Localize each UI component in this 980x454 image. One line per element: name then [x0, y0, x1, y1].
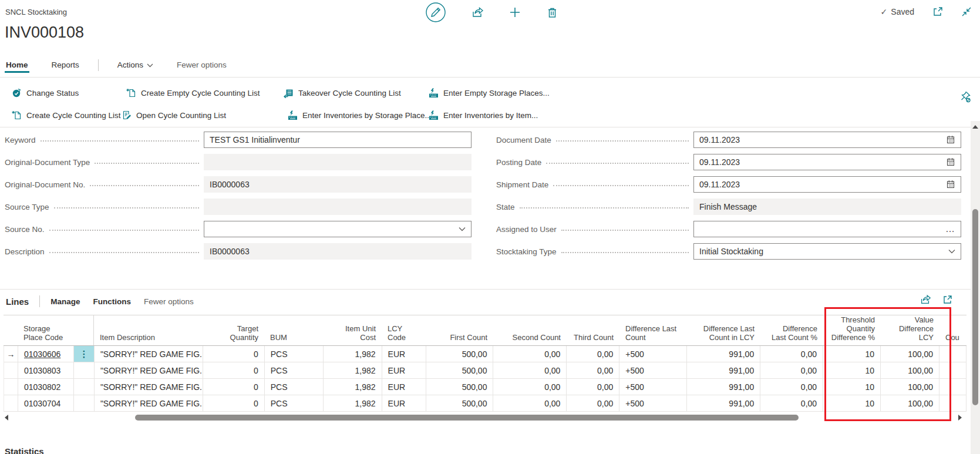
column-header-difference-last-count-in-lcy[interactable]: Difference Last Count in LCY — [687, 315, 760, 345]
column-header-count-truncated[interactable]: Cou — [939, 315, 966, 345]
action-enter-inventories-by-item[interactable]: Enter Inventories by Item... — [429, 108, 538, 122]
document-date-field[interactable]: 09.11.2023 — [693, 132, 961, 148]
cell-lcy-code[interactable]: EUR — [382, 362, 426, 378]
expand-lines-button[interactable] — [942, 294, 954, 305]
column-header-threshold-quantity-difference-pct[interactable]: Threshold Quantity Difference % — [823, 315, 881, 345]
cell-difference-last-count[interactable]: +500 — [619, 379, 687, 395]
cell-lcy-code[interactable]: EUR — [382, 379, 426, 395]
cell-third-count[interactable]: 0,00 — [567, 379, 619, 395]
column-header-difference-last-count-pct[interactable]: Difference Last Count % — [760, 315, 823, 345]
column-header-bum[interactable]: BUM — [264, 315, 323, 345]
cell-storage-place-code[interactable]: 01030606 — [18, 346, 74, 362]
vertical-scrollbar[interactable] — [971, 121, 980, 454]
cell-bum[interactable]: PCS — [265, 362, 324, 378]
delete-button[interactable] — [546, 6, 558, 19]
cell-first-count[interactable]: 500,00 — [426, 346, 494, 362]
cell-difference-last-count-pct[interactable]: 0,00 — [760, 395, 823, 411]
action-create-cycle-counting-list[interactable]: Create Cycle Counting List — [12, 108, 121, 122]
cell-count-truncated[interactable] — [939, 395, 966, 411]
cell-row-menu[interactable] — [74, 395, 95, 411]
cell-difference-last-count-pct[interactable]: 0,00 — [760, 346, 823, 362]
lines-menu-manage[interactable]: Manage — [50, 297, 80, 306]
action-enter-empty-storage-places[interactable]: Enter Empty Storage Places... — [429, 86, 550, 100]
cell-difference-last-count[interactable]: +500 — [619, 346, 687, 362]
action-enter-inventories-by-storage-place[interactable]: Enter Inventories by Storage Place... — [288, 108, 432, 122]
cell-first-count[interactable]: 500,00 — [426, 362, 494, 378]
action-change-status[interactable]: Change Status — [12, 86, 79, 100]
calendar-icon[interactable] — [946, 180, 955, 189]
share-button[interactable] — [471, 6, 484, 19]
cell-threshold-quantity-difference-pct[interactable]: 10 — [823, 346, 881, 362]
cell-second-count[interactable]: 0,00 — [493, 395, 567, 411]
cell-target-quantity[interactable]: 0 — [203, 379, 265, 395]
column-header-difference-last-count[interactable]: Difference Last Count — [619, 315, 687, 345]
table-row[interactable]: →01030606⋮"SORRY!" RED GAME FIG...0PCS1,… — [4, 346, 966, 362]
column-header-lcy-code[interactable]: LCY Code — [382, 315, 426, 345]
cell-row-menu[interactable] — [74, 379, 95, 395]
stocktaking-type-field[interactable]: Initial Stocktaking — [693, 243, 961, 260]
cell-third-count[interactable]: 0,00 — [567, 395, 619, 411]
lines-section-title[interactable]: Lines — [6, 297, 29, 307]
cell-count-truncated[interactable] — [939, 346, 966, 362]
collapse-button[interactable] — [961, 6, 972, 17]
chevron-down-icon[interactable] — [459, 227, 466, 231]
open-in-new-window-button[interactable] — [932, 6, 944, 18]
cell-storage-place-code[interactable]: 01030704 — [18, 395, 74, 411]
tab-reports[interactable]: Reports — [52, 60, 79, 73]
cell-row-menu[interactable] — [74, 362, 95, 378]
cell-second-count[interactable]: 0,00 — [493, 362, 567, 378]
tab-fewer-options[interactable]: Fewer options — [177, 60, 227, 73]
cell-third-count[interactable]: 0,00 — [567, 346, 619, 362]
cell-threshold-quantity-difference-pct[interactable]: 10 — [823, 362, 881, 378]
column-header-first-count[interactable]: First Count — [426, 315, 493, 345]
shipment-date-field[interactable]: 09.11.2023 — [693, 176, 961, 193]
unpin-actionbar-button[interactable] — [959, 91, 971, 105]
cell-first-count[interactable]: 500,00 — [426, 379, 494, 395]
cell-threshold-value-difference-lcy[interactable]: 100,00 — [881, 362, 939, 378]
cell-item-description[interactable]: "SORRY!" RED GAME FIG... — [95, 395, 203, 411]
cell-difference-last-count-in-lcy[interactable]: 991,00 — [687, 379, 760, 395]
table-row[interactable]: 01030802"SORRY!" RED GAME FIG...0PCS1,98… — [4, 379, 966, 395]
cell-target-quantity[interactable]: 0 — [203, 362, 265, 378]
action-open-cycle-counting-list[interactable]: Open Cycle Counting List — [122, 108, 226, 122]
calendar-icon[interactable] — [946, 157, 955, 167]
cell-difference-last-count-pct[interactable]: 0,00 — [760, 362, 823, 378]
lines-menu-functions[interactable]: Functions — [93, 297, 131, 306]
action-create-empty-cycle-counting-list[interactable]: Create Empty Cycle Counting List — [126, 86, 260, 100]
cell-count-truncated[interactable] — [939, 379, 966, 395]
cell-bum[interactable]: PCS — [265, 379, 324, 395]
cell-threshold-value-difference-lcy[interactable]: 100,00 — [881, 346, 939, 362]
cell-item-unit-cost[interactable]: 1,982 — [324, 362, 382, 378]
cell-storage-place-code[interactable]: 01030803 — [18, 362, 74, 378]
tab-home[interactable]: Home — [6, 60, 28, 73]
cell-difference-last-count-in-lcy[interactable]: 991,00 — [687, 346, 760, 362]
cell-lcy-code[interactable]: EUR — [382, 395, 426, 411]
tab-actions[interactable]: Actions — [117, 60, 153, 73]
column-header-second-count[interactable]: Second Count — [493, 315, 567, 345]
assigned-to-user-field[interactable]: … — [693, 221, 961, 237]
lookup-ellipsis-icon[interactable]: … — [945, 226, 955, 232]
cell-second-count[interactable]: 0,00 — [493, 346, 567, 362]
cell-lcy-code[interactable]: EUR — [382, 346, 426, 362]
cell-difference-last-count[interactable]: +500 — [619, 362, 687, 378]
cell-item-description[interactable]: "SORRY!" RED GAME FIG... — [95, 362, 203, 378]
share-lines-button[interactable] — [920, 294, 931, 305]
calendar-icon[interactable] — [946, 135, 955, 144]
cell-difference-last-count[interactable]: +500 — [619, 395, 687, 411]
chevron-down-icon[interactable] — [948, 249, 955, 254]
column-header-item-description[interactable]: Item Description — [94, 315, 203, 345]
cell-bum[interactable]: PCS — [265, 346, 324, 362]
cell-count-truncated[interactable] — [939, 362, 966, 378]
table-row[interactable]: 01030803"SORRY!" RED GAME FIG...0PCS1,98… — [4, 362, 966, 379]
cell-storage-place-code[interactable]: 01030802 — [18, 379, 74, 395]
cell-threshold-quantity-difference-pct[interactable]: 10 — [823, 395, 881, 411]
vertical-scroll-thumb[interactable] — [972, 209, 978, 405]
horizontal-scrollbar[interactable] — [2, 413, 966, 422]
cell-threshold-quantity-difference-pct[interactable]: 10 — [823, 379, 881, 395]
cell-third-count[interactable]: 0,00 — [567, 362, 619, 378]
scroll-left-arrow[interactable] — [5, 415, 8, 421]
cell-threshold-value-difference-lcy[interactable]: 100,00 — [881, 395, 939, 411]
cell-item-description[interactable]: "SORRY!" RED GAME FIG... — [95, 379, 203, 395]
action-takeover-cycle-counting-list[interactable]: Takeover Cycle Counting List — [284, 86, 401, 100]
column-header-target-quantity[interactable]: Target Quantity — [203, 315, 264, 345]
